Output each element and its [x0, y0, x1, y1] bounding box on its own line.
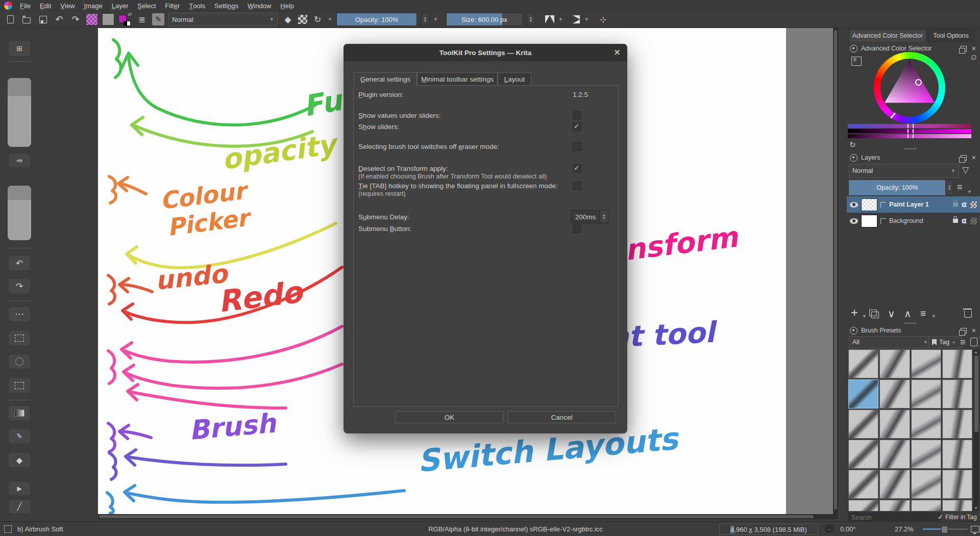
toolkit-transform-button[interactable]: [9, 378, 30, 393]
brush-preset[interactable]: [879, 379, 910, 409]
move-layer-down-button[interactable]: ∨: [888, 309, 895, 319]
save-button[interactable]: [37, 13, 49, 25]
layer-filter-funnel-icon[interactable]: ▽: [962, 165, 969, 175]
brush-preset[interactable]: [848, 500, 878, 511]
vertical-scrollbar[interactable]: [833, 28, 838, 519]
cancel-button[interactable]: Cancel: [507, 411, 616, 423]
reload-preset-button[interactable]: ↻: [311, 13, 324, 25]
layer-name[interactable]: Paint Layer 1: [889, 201, 929, 208]
color-selector-settings-button[interactable]: [851, 57, 862, 67]
tab-minimal-toolbar-settings[interactable]: M̲inimal toolbar settings: [417, 72, 498, 86]
preset-scrollbar-thumb[interactable]: [974, 355, 978, 432]
canvas-rotation-button[interactable]: ↔: [825, 524, 834, 533]
menu-edit[interactable]: E̲dit: [35, 1, 56, 11]
lock-docker-icon[interactable]: [850, 154, 857, 162]
inherit-alpha-icon[interactable]: [970, 201, 977, 208]
close-docker-icon[interactable]: ×: [972, 326, 976, 335]
close-docker-icon[interactable]: ×: [972, 154, 976, 162]
toolkit-expand-button[interactable]: ▶: [9, 482, 30, 495]
brush-preset[interactable]: [848, 349, 878, 378]
eraser-mode-button[interactable]: ◆: [282, 13, 294, 25]
fit-to-screen-button[interactable]: [971, 526, 979, 534]
tab-tool-options[interactable]: Tool Options: [927, 29, 974, 42]
opacity-spinner[interactable]: ▲▼: [421, 13, 429, 26]
menu-select[interactable]: S̲elect: [133, 1, 160, 11]
edit-brush-settings-button[interactable]: ✎: [152, 13, 164, 25]
color-history-bar-2[interactable]: [848, 129, 971, 133]
brush-preset[interactable]: [942, 470, 972, 499]
chevron-down-icon[interactable]: ▼: [862, 314, 867, 319]
choose-brush-preset-button[interactable]: ≣: [136, 13, 148, 25]
toolkit-move-tool-button[interactable]: ⋯: [9, 307, 30, 321]
brush-switches-eraser-checkbox[interactable]: [573, 142, 581, 151]
toolkit-color-swatch-2[interactable]: [8, 186, 31, 240]
layer-name[interactable]: Background: [889, 217, 923, 224]
color-picker-tool-button[interactable]: ✎: [9, 154, 30, 167]
layer-visible-icon[interactable]: [850, 202, 858, 208]
scroll-down-icon[interactable]: ▼: [974, 506, 978, 511]
zoom-slider[interactable]: [923, 528, 968, 530]
gamut-mask-off-icon[interactable]: ∅: [971, 54, 976, 61]
horizontal-scrollbar[interactable]: [98, 514, 833, 519]
brush-preset[interactable]: [879, 410, 910, 439]
menu-help[interactable]: H̲elp: [276, 1, 299, 11]
layer-row-paint-layer-1[interactable]: Paint Layer 1 α: [847, 196, 980, 213]
trim-to-image-button[interactable]: ⊹: [597, 13, 609, 25]
brush-preset[interactable]: [942, 349, 972, 378]
redo-button[interactable]: ↷: [69, 13, 82, 25]
brush-preset[interactable]: [942, 500, 972, 511]
menu-tools[interactable]: T̲ools: [184, 1, 210, 11]
chevron-down-icon[interactable]: ▼: [558, 17, 563, 22]
preset-details-icon[interactable]: [970, 338, 977, 346]
tab-general-settings[interactable]: G̲eneral settings: [354, 72, 417, 86]
docker-drag-handle[interactable]: ••••••: [904, 146, 917, 151]
deselect-on-transform-checkbox[interactable]: [573, 164, 581, 173]
submenu-delay-spinbox[interactable]: 200ms ▲▼: [571, 210, 608, 223]
layer-opacity-slider[interactable]: Opacity: 100%: [849, 180, 946, 195]
preserve-alpha-button[interactable]: [298, 15, 307, 24]
layer-blending-mode-dropdown[interactable]: Normal ▼: [849, 164, 959, 178]
chevron-down-icon[interactable]: ▼: [584, 17, 589, 22]
menu-filter[interactable]: Filte̲r: [160, 1, 184, 11]
close-docker-icon[interactable]: ×: [972, 44, 976, 53]
brush-preset[interactable]: [848, 440, 878, 469]
preset-scrollbar[interactable]: ▲ ▼: [973, 349, 979, 511]
toolkit-gradient-button[interactable]: [9, 406, 30, 420]
layer-properties-button[interactable]: ≡: [920, 309, 926, 319]
lock-docker-icon[interactable]: [850, 327, 857, 335]
tab-layout[interactable]: L̲ayout: [498, 72, 531, 86]
toolkit-layout-button[interactable]: ⊞: [9, 41, 30, 56]
float-docker-icon[interactable]: [961, 46, 967, 52]
brush-preset[interactable]: [942, 410, 972, 439]
layer-row-background[interactable]: Background α: [847, 213, 980, 229]
float-docker-icon[interactable]: [961, 328, 967, 334]
foreground-background-color-button[interactable]: ⇄: [118, 13, 132, 26]
brush-preset[interactable]: [911, 379, 941, 409]
layer-options-menu-icon[interactable]: ≡: [957, 182, 963, 193]
layer-thumbnail[interactable]: [861, 198, 877, 211]
delete-layer-button[interactable]: [964, 311, 972, 319]
brush-preset[interactable]: [911, 500, 941, 511]
toolkit-redo-button[interactable]: ↷: [9, 279, 30, 293]
lock-docker-icon[interactable]: [850, 45, 857, 53]
refresh-colors-icon[interactable]: ↻: [849, 140, 856, 149]
show-sliders-checkbox[interactable]: [573, 122, 581, 131]
toolkit-pen-button[interactable]: ╱: [9, 500, 30, 513]
float-docker-icon[interactable]: [961, 155, 967, 161]
layer-opacity-spinner[interactable]: ▲▼: [945, 180, 953, 195]
duplicate-layer-button[interactable]: [871, 312, 879, 320]
brush-preset[interactable]: [879, 470, 910, 499]
lock-layer-icon[interactable]: [953, 219, 958, 223]
inherit-alpha-icon[interactable]: [970, 218, 977, 224]
brush-preset[interactable]: [848, 470, 878, 499]
horizontal-scrollbar-thumb[interactable]: [99, 515, 814, 518]
brush-preset[interactable]: [879, 349, 910, 378]
submenu-button-checkbox[interactable]: [573, 224, 581, 233]
blending-mode-dropdown[interactable]: Normal ▼: [168, 13, 278, 26]
alpha-lock-icon[interactable]: α: [962, 200, 967, 209]
zoom-slider-thumb[interactable]: [941, 526, 948, 533]
brush-preset[interactable]: [879, 500, 910, 511]
open-document-button[interactable]: [20, 13, 33, 25]
menu-view[interactable]: V̲iew: [56, 1, 79, 11]
add-layer-button[interactable]: +: [851, 308, 858, 318]
